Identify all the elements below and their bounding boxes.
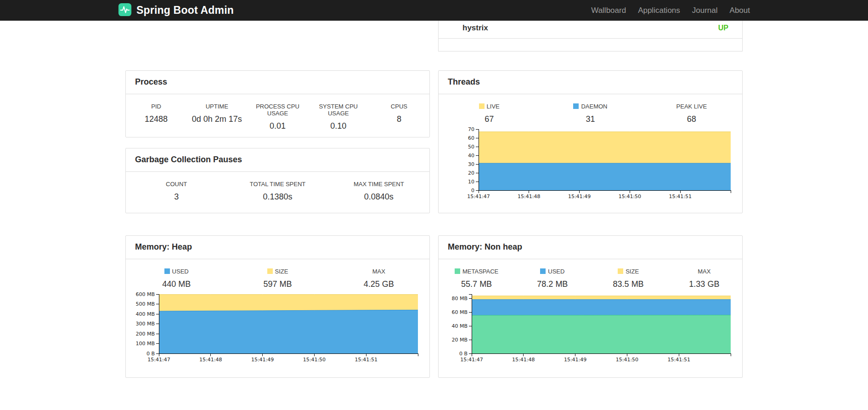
svg-text:15:41:49: 15:41:49 <box>251 357 274 363</box>
stat-label: DAEMON <box>540 103 641 110</box>
svg-text:50: 50 <box>468 144 474 150</box>
svg-text:30: 30 <box>468 161 474 167</box>
svg-text:40 MB: 40 MB <box>451 323 468 329</box>
stat-value: 3 <box>126 192 227 202</box>
stat-label: MAX <box>666 268 742 275</box>
svg-text:60: 60 <box>468 135 474 141</box>
nav-item-wallboard[interactable]: Wallboard <box>591 6 626 15</box>
svg-text:0 B: 0 B <box>459 351 468 357</box>
stat-label: SIZE <box>591 268 666 275</box>
stat-process-cpu-usage: PROCESS CPU USAGE 0.01 <box>247 103 308 131</box>
left-column-spacer <box>125 21 430 70</box>
svg-text:80 MB: 80 MB <box>451 296 468 302</box>
nav-item-journal[interactable]: Journal <box>692 6 718 15</box>
nonheap-legend-row: METASPACE 55.7 MB USED 78.2 MB SIZE 83.5… <box>439 259 742 289</box>
stat-uptime: UPTIME 0d 0h 2m 17s <box>186 103 247 131</box>
threads-legend-row: LIVE 67 DAEMON 31 PEAK LIVE 68 <box>439 94 742 124</box>
svg-text:15:41:51: 15:41:51 <box>667 357 690 363</box>
stat-label: SYSTEM CPU USAGE <box>308 103 369 117</box>
stat-label: USED <box>126 268 227 275</box>
stat-label: CPUS <box>369 103 429 110</box>
stat-value: 440 MB <box>126 279 227 289</box>
svg-text:0 B: 0 B <box>147 351 155 357</box>
heap-chart-svg: 0 B100 MB200 MB300 MB400 MB500 MB600 MB1… <box>135 291 421 365</box>
legend-label: USED <box>172 268 189 275</box>
stat-live-threads: LIVE 67 <box>439 103 540 124</box>
stat-label: MAX <box>328 268 429 275</box>
svg-text:100 MB: 100 MB <box>135 341 155 347</box>
stat-heap-size: SIZE 597 MB <box>227 268 328 289</box>
legend-label: MAX <box>698 268 710 275</box>
heap-memory-chart: 0 B100 MB200 MB300 MB400 MB500 MB600 MB1… <box>126 291 429 365</box>
stat-max-time-spent: MAX TIME SPENT 0.0840s <box>328 181 429 202</box>
legend-label: LIVE <box>487 103 500 110</box>
stat-value: 12488 <box>126 114 186 124</box>
process-stats-row: PID 12488 UPTIME 0d 0h 2m 17s PROCESS CP… <box>126 94 429 131</box>
stat-label: COUNT <box>126 181 227 188</box>
stat-value: 67 <box>439 114 540 124</box>
svg-text:400 MB: 400 MB <box>135 311 155 317</box>
svg-text:15:41:48: 15:41:48 <box>199 357 222 363</box>
gc-stats-row: COUNT 3 TOTAL TIME SPENT 0.1380s MAX TIM… <box>126 172 429 202</box>
size-legend-swatch-icon <box>267 268 273 274</box>
brand-link[interactable]: Spring Boot Admin <box>118 3 234 18</box>
live-legend-swatch-icon <box>479 103 485 109</box>
navbar-inner: Spring Boot Admin Wallboard Applications… <box>118 0 750 21</box>
stat-cpus: CPUS 8 <box>369 103 429 131</box>
nav-item-applications[interactable]: Applications <box>638 6 680 15</box>
stat-value: 55.7 MB <box>439 279 514 289</box>
svg-text:15:41:48: 15:41:48 <box>518 194 540 199</box>
stat-label: LIVE <box>439 103 540 110</box>
stat-label: UPTIME <box>186 103 247 110</box>
stat-value: 597 MB <box>227 279 328 289</box>
stat-label: USED <box>514 268 590 275</box>
svg-text:15:41:50: 15:41:50 <box>616 357 638 363</box>
stat-label: PID <box>126 103 186 110</box>
stat-label: PEAK LIVE <box>641 103 742 110</box>
health-status-card: hystrix UP <box>438 21 743 51</box>
legend-label: SIZE <box>626 268 639 275</box>
stat-nonheap-used: USED 78.2 MB <box>514 268 590 289</box>
nonheap-memory-chart: 0 B20 MB40 MB60 MB80 MB15:41:4715:41:481… <box>439 291 742 365</box>
svg-text:0: 0 <box>471 188 474 194</box>
legend-label: USED <box>548 268 564 275</box>
svg-text:70: 70 <box>468 126 474 132</box>
svg-text:600 MB: 600 MB <box>135 291 155 297</box>
stat-label: MAX TIME SPENT <box>328 181 429 188</box>
daemon-legend-swatch-icon <box>573 103 579 109</box>
stat-system-cpu-usage: SYSTEM CPU USAGE 0.10 <box>308 103 369 131</box>
process-card: Process PID 12488 UPTIME 0d 0h 2m 17s PR… <box>125 70 430 137</box>
svg-text:300 MB: 300 MB <box>135 321 155 327</box>
memory-nonheap-card-title: Memory: Non heap <box>439 236 742 259</box>
stat-daemon-threads: DAEMON 31 <box>540 103 641 124</box>
memory-nonheap-card: Memory: Non heap METASPACE 55.7 MB USED … <box>438 235 743 378</box>
stat-peak-live-threads: PEAK LIVE 68 <box>641 103 742 124</box>
stat-value: 0.10 <box>308 121 369 131</box>
stat-value: 0.0840s <box>328 192 429 202</box>
stat-value: 78.2 MB <box>514 279 590 289</box>
garbage-collection-card-title: Garbage Collection Pauses <box>126 148 429 172</box>
stat-count: COUNT 3 <box>126 181 227 202</box>
stat-label: TOTAL TIME SPENT <box>227 181 328 188</box>
legend-label: PEAK LIVE <box>676 103 707 110</box>
svg-text:15:41:47: 15:41:47 <box>147 357 170 363</box>
svg-text:15:41:48: 15:41:48 <box>512 357 535 363</box>
svg-text:15:41:51: 15:41:51 <box>355 357 377 363</box>
stat-value: 0d 0h 2m 17s <box>186 114 247 124</box>
size-legend-swatch-icon <box>618 268 623 274</box>
stat-nonheap-size: SIZE 83.5 MB <box>591 268 666 289</box>
legend-label: SIZE <box>275 268 288 275</box>
memory-heap-card: Memory: Heap USED 440 MB SIZE 597 MB MAX… <box>125 235 430 378</box>
svg-text:15:41:47: 15:41:47 <box>467 194 490 199</box>
svg-text:60 MB: 60 MB <box>451 309 468 315</box>
stat-pid: PID 12488 <box>126 103 186 131</box>
status-badge: UP <box>718 24 728 32</box>
svg-text:200 MB: 200 MB <box>135 331 155 337</box>
svg-text:15:41:47: 15:41:47 <box>460 357 483 363</box>
nav-item-about[interactable]: About <box>730 6 750 15</box>
svg-text:20: 20 <box>468 170 474 176</box>
threads-card: Threads LIVE 67 DAEMON 31 PEAK LIVE 68 0… <box>438 70 743 213</box>
svg-text:15:41:50: 15:41:50 <box>619 194 641 199</box>
threads-card-title: Threads <box>439 71 742 94</box>
stat-value: 4.25 GB <box>328 279 429 289</box>
